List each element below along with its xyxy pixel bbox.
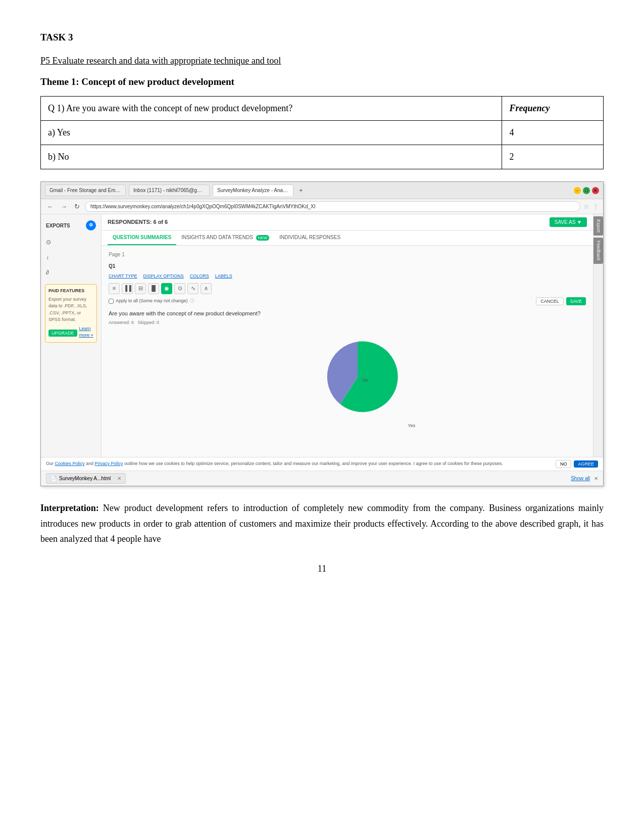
exports-label: EXPORTS [46,222,70,229]
minimize-button[interactable]: - [574,187,581,194]
address-bar[interactable]: https://www.surveymonkey.com/analyze/ch1… [85,201,580,212]
save-as-button[interactable]: SAVE AS ▼ [550,217,587,227]
tab-individual-responses[interactable]: INDIVIDUAL RESPONSES [274,230,345,245]
paid-features-title: PAID FEATURES [48,288,93,295]
tab-gmail[interactable]: Gmail - Free Storage and Email X [45,184,126,196]
cookies-policy-link[interactable]: Cookies Policy [55,461,85,466]
freq-no: 2 [502,145,604,169]
survey-question-text: Are you aware with the concept of new pr… [109,309,586,318]
browser-window: Gmail - Free Storage and Email X Inbox (… [40,181,604,486]
pie-chart-container: No Yes [109,332,586,423]
task-heading: TASK 3 [40,30,604,45]
cookie-text: Our Cookies Policy and Privacy Policy ou… [46,460,551,468]
answer-yes: a) Yes [41,121,502,145]
settings-icon[interactable]: ⚙ [86,220,96,230]
back-button[interactable]: ← [45,202,56,211]
colors-option[interactable]: COLORS [190,273,209,280]
agree-button[interactable]: AGREE [574,460,598,468]
bookmark-icon[interactable]: ☆ [583,202,589,212]
tab-inbox[interactable]: Inbox (1171) - nikhil7065@gma... X [129,184,210,196]
upgrade-button[interactable]: UPGRADE [48,330,77,337]
download-icon: ↓ [46,253,49,262]
chart-save-button[interactable]: SAVE [566,297,586,305]
interpretation-label: Interpretation: [40,503,99,513]
show-all-link[interactable]: Show all [571,475,590,482]
apply-all-label: Apply to all (Some may not change) ⓘ [109,298,194,305]
sidebar-item-link[interactable]: ∂ [41,265,101,280]
question-label: Q1 [109,262,586,270]
surveymonkey-app: EXPORTS ⚙ ⊙ ↓ ∂ PAID FEATURES Export you… [41,214,603,457]
cancel-button[interactable]: CANCEL [536,297,564,305]
table-chart-icon[interactable]: ≡ [109,283,120,294]
sm-right-sidebar: Export Feedback [593,214,603,457]
circle-icon: ⊙ [46,238,51,247]
no-label: No [363,377,369,384]
chart-type-icons: ≡ ▐▐ ⊟ ▐▌ ◉ ⊙ ∿ ∧ [109,283,586,294]
pie-chart-svg [317,337,398,418]
donut-chart-icon[interactable]: ⊙ [174,283,185,294]
new-badge: NEW [256,235,270,241]
browser-titlebar: Gmail - Free Storage and Email X Inbox (… [41,182,603,199]
p5-link[interactable]: P5 Evaluate research and data with appro… [40,54,604,68]
sm-content-area: Page 1 Q1 CHART TYPE DISPLAY OPTIONS COL… [102,246,593,457]
menu-icon[interactable]: ⋮ [592,202,599,212]
browser-navbar: ← → ↻ https://www.surveymonkey.com/analy… [41,199,603,214]
download-item: 📄 SurveyMonkey A...html ✕ [46,473,126,484]
question-table: Q 1) Are you aware with the concept of n… [40,96,604,169]
feedback-tab[interactable]: Feedback [593,238,603,264]
download-file-name[interactable]: SurveyMonkey A...html [59,475,111,482]
chart-options-bar: CHART TYPE DISPLAY OPTIONS COLORS LABELS [109,273,586,280]
stacked-chart-icon[interactable]: ⊟ [135,283,146,294]
cookie-bar: Our Cookies Policy and Privacy Policy ou… [41,457,603,471]
page-number: 11 [40,562,604,576]
page-label: Page 1 [109,251,586,258]
answered-skipped: Answered: 6 Skipped: 0 [109,319,586,327]
tab-insights[interactable]: INSIGHTS AND DATA TRENDS NEW [176,230,274,245]
link-icon: ∂ [46,268,49,277]
help-icon: ⓘ [190,298,194,305]
privacy-policy-link[interactable]: Privacy Policy [95,461,123,466]
question-cell: Q 1) Are you aware with the concept of n… [41,97,502,121]
paid-features-desc: Export your survey data to .PDF, .XLS, .… [48,296,93,323]
download-bar: 📄 SurveyMonkey A...html ✕ Show all ✕ [41,471,603,486]
interpretation-paragraph: Interpretation: New product development … [40,500,604,547]
download-close-icon[interactable]: ✕ [117,475,121,482]
sm-main-header: RESPONDENTS: 6 of 6 SAVE AS ▼ [102,214,593,230]
maximize-button[interactable]: □ [583,187,590,194]
sidebar-item-settings[interactable]: ⊙ [41,235,101,250]
close-button[interactable]: ✕ [592,187,599,194]
chart-type-option[interactable]: CHART TYPE [109,273,137,280]
learn-more-link[interactable]: Learn more » [79,326,93,339]
apply-row: Apply to all (Some may not change) ⓘ CAN… [109,297,586,305]
new-tab-icon[interactable]: + [296,186,306,196]
sidebar-item-download[interactable]: ↓ [41,250,101,265]
respondents-count: RESPONDENTS: 6 of 6 [108,218,168,226]
tab-question-summaries[interactable]: QUESTION SUMMARIES [108,230,176,245]
sm-sidebar: EXPORTS ⚙ ⊙ ↓ ∂ PAID FEATURES Export you… [41,214,102,457]
tab-surveymonkey[interactable]: SurveyMonkey Analyze - Analx... X [213,184,293,196]
bar-chart-icon[interactable]: ▐▐ [122,283,133,294]
line-chart-icon[interactable]: ∿ [187,283,199,294]
frequency-header: Frequency [502,97,604,121]
answer-no: b) No [41,145,502,169]
paid-features-box: PAID FEATURES Export your survey data to… [45,284,97,343]
theme-heading: Theme 1: Concept of new product developm… [40,75,604,89]
labels-option[interactable]: LABELS [215,273,232,280]
download-bar-close-icon[interactable]: ✕ [594,475,598,482]
no-button[interactable]: NO [556,460,572,468]
grouped-chart-icon[interactable]: ▐▌ [148,283,159,294]
freq-yes: 4 [502,121,604,145]
refresh-button[interactable]: ↻ [72,202,82,211]
apply-all-checkbox[interactable] [109,299,114,304]
download-icon: 📄 [51,475,57,482]
display-options-option[interactable]: DISPLAY OPTIONS [143,273,184,280]
cancel-save-buttons: CANCEL SAVE [536,297,586,305]
area-chart-icon[interactable]: ∧ [201,283,212,294]
sm-tabs-bar: QUESTION SUMMARIES INSIGHTS AND DATA TRE… [102,230,593,246]
sm-main-area: RESPONDENTS: 6 of 6 SAVE AS ▼ QUESTION S… [102,214,593,457]
yes-label: Yes [408,423,416,430]
forward-button[interactable]: → [59,202,69,211]
pie-chart-icon[interactable]: ◉ [161,283,172,294]
export-tab[interactable]: Export [593,216,603,236]
interpretation-text: New product development refers to introd… [40,503,604,544]
